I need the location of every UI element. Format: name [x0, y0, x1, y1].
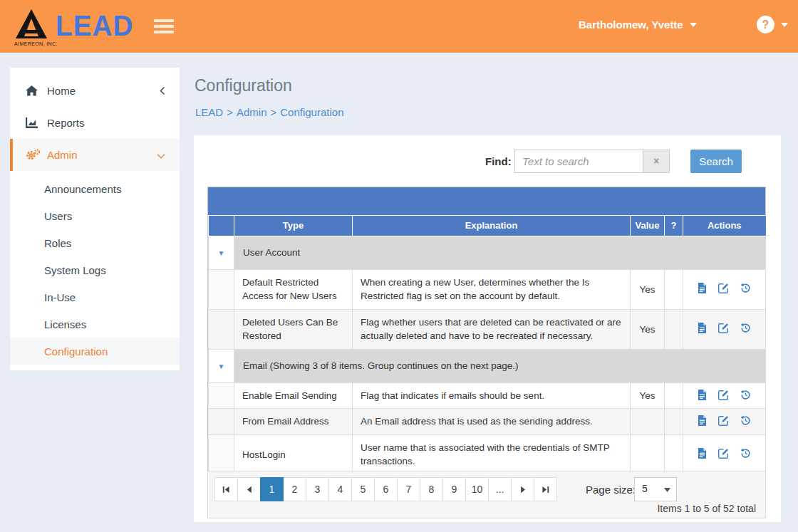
last-page-button[interactable] [534, 477, 557, 501]
page-button-3[interactable]: 3 [306, 477, 329, 501]
caret-down-icon [690, 23, 697, 27]
column-header-value[interactable]: Value [631, 216, 665, 236]
prev-page-icon [247, 486, 252, 494]
history-icon[interactable] [740, 283, 751, 296]
row-actions [683, 434, 766, 474]
view-document-icon[interactable] [698, 448, 707, 461]
reports-chart-icon [26, 118, 47, 128]
page-button-10[interactable]: 10 [465, 477, 489, 501]
config-type: From Email Address [234, 409, 353, 435]
collapse-triangle-icon[interactable]: ▼ [218, 363, 225, 370]
edit-icon[interactable] [718, 448, 729, 461]
config-value: Yes [631, 309, 665, 349]
first-page-button[interactable] [214, 477, 238, 501]
config-explanation: Flag that indicates if emails should be … [353, 382, 631, 409]
history-icon[interactable] [740, 323, 751, 335]
grid-group-panel [208, 187, 765, 216]
row-actions [683, 269, 766, 309]
pager-summary: Items 1 to 5 of 52 total [657, 503, 756, 514]
edit-icon[interactable] [718, 415, 729, 428]
breadcrumb-configuration[interactable]: Configuration [280, 106, 343, 118]
sidebar-item-system-logs[interactable]: System Logs [10, 256, 180, 283]
page-button-7[interactable]: 7 [397, 477, 420, 501]
column-header-explanation[interactable]: Explanation [353, 216, 631, 236]
sidebar-item-admin[interactable]: Admin [10, 139, 180, 171]
page-button-2[interactable]: 2 [283, 477, 306, 501]
page-size-select[interactable]: 5 [634, 477, 677, 501]
sidebar-item-configuration[interactable]: Configuration [10, 338, 180, 365]
view-document-icon[interactable] [698, 390, 707, 402]
next-page-icon [520, 486, 526, 494]
view-document-icon[interactable] [698, 415, 707, 428]
sidebar-item-home[interactable]: Home [10, 75, 180, 107]
config-explanation: Flag whether users that are deleted can … [353, 309, 631, 349]
page-button-6[interactable]: 6 [374, 477, 398, 501]
app-logo[interactable]: AIMEREON, INC. LEAD [14, 4, 157, 50]
history-icon[interactable] [740, 448, 751, 461]
next-page-button[interactable] [511, 477, 534, 501]
row-actions [683, 309, 766, 349]
row-expand-cell [209, 434, 234, 474]
edit-icon[interactable] [718, 390, 729, 402]
edit-icon[interactable] [718, 323, 729, 335]
sidebar-item-users[interactable]: Users [10, 202, 180, 229]
breadcrumb-admin[interactable]: Admin [237, 106, 267, 118]
config-value [631, 434, 665, 474]
config-row-from-email-address: From Email Address An Email address that… [209, 409, 766, 435]
sidebar-item-in-use[interactable]: In-Use [10, 283, 180, 311]
config-type: HostLogin [234, 434, 353, 474]
row-expand-cell [209, 382, 234, 409]
chevron-left-icon[interactable] [160, 85, 165, 97]
group-expand-cell[interactable]: ▼ [209, 349, 234, 382]
row-expand-cell [209, 269, 234, 309]
sidebar-item-announcements[interactable]: Announcements [10, 175, 180, 202]
view-document-icon[interactable] [698, 323, 707, 335]
column-header-type[interactable]: Type [234, 216, 353, 236]
row-actions [683, 382, 766, 409]
sidebar-item-reports[interactable]: Reports [10, 107, 180, 139]
grid-header-row: Type Explanation Value ? Actions [209, 216, 766, 236]
column-header-actions[interactable]: Actions [683, 216, 766, 236]
group-label: Email (Showing 3 of 8 items. Group conti… [234, 349, 766, 382]
history-icon[interactable] [740, 415, 751, 428]
page-button-8[interactable]: 8 [420, 477, 443, 501]
page-button-4[interactable]: 4 [328, 477, 352, 501]
breadcrumb-separator: > [227, 106, 233, 118]
first-page-icon [222, 486, 230, 494]
pager-buttons: 1 2 3 4 5 6 7 8 9 10 ... [214, 477, 557, 501]
gears-icon [26, 149, 47, 161]
page-button-ellipsis[interactable]: ... [488, 477, 512, 501]
config-row-hostlogin: HostLogin User name that is associated w… [209, 434, 766, 474]
search-button[interactable]: Search [690, 150, 742, 173]
page-button-5[interactable]: 5 [351, 477, 375, 501]
row-actions [683, 409, 766, 435]
group-label: User Account [234, 236, 766, 269]
config-help-cell [665, 269, 683, 309]
clear-icon: × [653, 155, 659, 167]
view-document-icon[interactable] [698, 283, 707, 296]
collapse-triangle-icon[interactable]: ▼ [218, 249, 225, 257]
menu-toggle-icon[interactable] [154, 19, 175, 35]
user-name: Bartholomew, Yvette [579, 19, 683, 31]
config-explanation: User name that is associated with the cr… [353, 434, 631, 474]
column-header-help[interactable]: ? [665, 216, 683, 236]
group-row-email: ▼ Email (Showing 3 of 8 items. Group con… [209, 349, 766, 382]
page-button-9[interactable]: 9 [442, 477, 466, 501]
page-title: Configuration [195, 76, 292, 95]
help-menu[interactable]: ? [757, 16, 788, 33]
clear-search-button[interactable]: × [643, 150, 670, 173]
page-size-value: 5 [642, 483, 648, 494]
company-name: AIMEREON, INC. [14, 41, 58, 46]
breadcrumb-lead[interactable]: LEAD [195, 106, 223, 118]
history-icon[interactable] [740, 390, 751, 402]
group-expand-cell[interactable]: ▼ [209, 236, 234, 269]
edit-icon[interactable] [718, 283, 729, 296]
user-menu[interactable]: Bartholomew, Yvette [579, 19, 697, 31]
sidebar-item-roles[interactable]: Roles [10, 229, 180, 256]
search-input[interactable] [514, 150, 643, 173]
prev-page-button[interactable] [237, 477, 261, 501]
config-help-cell [665, 382, 683, 409]
config-row-enable-email-sending: Enable Email Sending Flag that indicates… [209, 382, 766, 409]
page-button-1[interactable]: 1 [260, 477, 284, 501]
sidebar-item-licenses[interactable]: Licenses [10, 311, 180, 338]
